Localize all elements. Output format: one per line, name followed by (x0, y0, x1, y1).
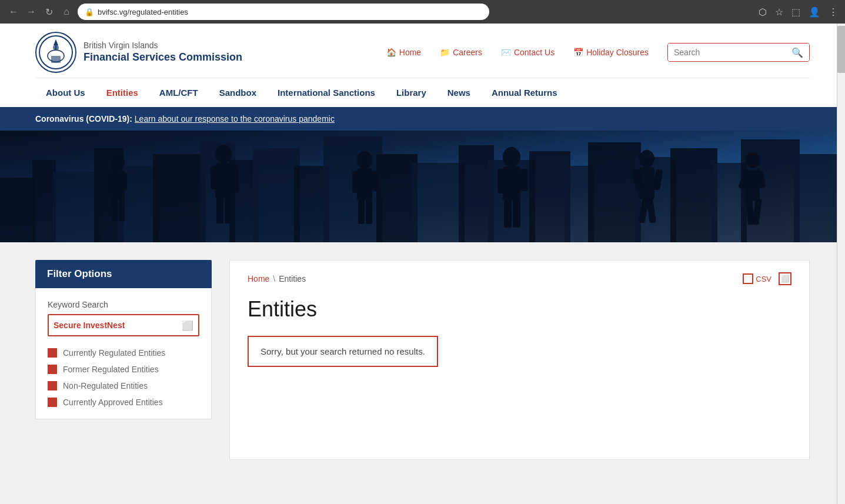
keyword-input-wrap: ⬜ (48, 314, 199, 336)
checkbox-non-regulated[interactable]: Non-Regulated Entities (48, 381, 199, 390)
checkbox-square-4 (48, 398, 57, 407)
svg-rect-15 (253, 148, 300, 242)
search-button[interactable]: 🔍 (786, 44, 809, 61)
forward-button[interactable]: → (25, 5, 38, 18)
svg-rect-33 (121, 173, 127, 191)
svg-rect-50 (497, 169, 506, 193)
nav-about[interactable]: About Us (35, 84, 96, 101)
contact-icon: ✉️ (501, 48, 511, 57)
home-button[interactable]: ⌂ (60, 5, 73, 18)
logo-text: British Virgin Islands Financial Service… (84, 40, 242, 65)
nav-entities[interactable]: Entities (96, 84, 149, 101)
print-button[interactable]: ⬜ (779, 272, 791, 285)
page-title: Entities (248, 297, 791, 322)
careers-icon: 📁 (440, 48, 450, 57)
nav-library[interactable]: Library (386, 84, 437, 101)
covid-banner: Coronavirus (COVID-19): Learn about our … (0, 107, 845, 131)
svg-rect-47 (366, 199, 372, 224)
keyword-input[interactable] (54, 321, 182, 330)
nav-sanctions[interactable]: International Sanctions (267, 84, 386, 101)
svg-rect-40 (216, 197, 223, 223)
menu-icon[interactable]: ⋮ (829, 6, 838, 18)
top-nav-home[interactable]: 🏠 Home (377, 44, 430, 61)
svg-rect-9 (53, 172, 100, 242)
checkbox-label-3: Non-Regulated Entities (63, 381, 148, 390)
checkbox-square-3 (48, 381, 57, 390)
scrollbar-thumb[interactable] (837, 26, 845, 73)
breadcrumb-actions: CSV ⬜ (743, 272, 791, 285)
breadcrumb-separator: \ (273, 274, 275, 283)
svg-rect-32 (107, 173, 114, 193)
svg-rect-18 (376, 154, 418, 242)
checkbox-currently-regulated[interactable]: Currently Regulated Entities (48, 348, 199, 358)
search-input[interactable] (668, 44, 786, 61)
no-results-message: Sorry, but your search returned no resul… (260, 346, 425, 356)
top-nav-holiday[interactable]: 📅 Holiday Closures (564, 44, 658, 61)
logo-line2: Financial Services Commission (84, 51, 242, 64)
main-content: Filter Options Keyword Search ⬜ Currentl… (0, 242, 845, 478)
svg-rect-39 (232, 166, 239, 192)
extensions-icon[interactable]: ⬚ (791, 6, 800, 18)
svg-rect-12 (153, 154, 206, 242)
browser-chrome: ← → ↻ ⌂ 🔒 bvifsc.vg/regulated-entities ⬡… (0, 0, 845, 24)
home-icon: 🏠 (386, 48, 396, 57)
svg-rect-44 (352, 171, 360, 193)
security-icon: 🔒 (85, 8, 94, 16)
svg-rect-38 (211, 166, 219, 189)
reload-button[interactable]: ↻ (42, 5, 55, 18)
svg-rect-46 (358, 199, 365, 224)
checkbox-square-1 (48, 348, 57, 358)
logo-line1: British Virgin Islands (84, 40, 242, 51)
url-text: bvifsc.vg/regulated-entities (98, 8, 482, 16)
svg-rect-35 (119, 198, 125, 222)
svg-rect-19 (412, 163, 465, 242)
top-nav: 🏠 Home 📁 Careers ✉️ Contact Us 📅 Holiday… (377, 43, 810, 62)
nav-annual[interactable]: Annual Returns (481, 84, 568, 101)
svg-point-60 (746, 152, 760, 168)
cast-icon[interactable]: ⬡ (759, 6, 767, 18)
svg-rect-26 (670, 148, 717, 242)
covid-link[interactable]: Learn about our response to the coronavi… (135, 114, 335, 124)
holiday-icon: 📅 (573, 48, 583, 57)
checkbox-former-regulated[interactable]: Former Regulated Entities (48, 365, 199, 374)
svg-rect-51 (520, 169, 528, 191)
svg-rect-34 (112, 198, 118, 222)
top-nav-contact[interactable]: ✉️ Contact Us (492, 44, 564, 61)
no-results-box: Sorry, but your search returned no resul… (248, 336, 438, 367)
svg-rect-53 (513, 199, 520, 228)
address-bar[interactable]: 🔒 bvifsc.vg/regulated-entities (78, 4, 489, 20)
top-nav-careers[interactable]: 📁 Careers (430, 44, 492, 61)
back-button[interactable]: ← (7, 5, 20, 18)
content-area: Home \ Entities CSV ⬜ Entities Sorry, bu… (229, 260, 810, 460)
keyword-clear-button[interactable]: ⬜ (182, 320, 193, 331)
checkbox-label-4: Currently Approved Entities (63, 398, 163, 407)
filter-body: Keyword Search ⬜ Currently Regulated Ent… (35, 288, 212, 419)
svg-point-48 (503, 147, 520, 167)
svg-point-36 (215, 145, 232, 163)
browser-actions: ⬡ ☆ ⬚ 👤 ⋮ (759, 6, 838, 18)
svg-rect-8 (32, 160, 56, 242)
profile-icon[interactable]: 👤 (809, 6, 820, 18)
filter-header: Filter Options (35, 260, 212, 288)
main-nav: About Us Entities AML/CFT Sandbox Intern… (35, 78, 810, 107)
print-icon: ⬜ (781, 275, 790, 283)
logo-area[interactable]: British Virgin Islands Financial Service… (35, 32, 242, 73)
breadcrumb: Home \ Entities CSV ⬜ (248, 272, 791, 285)
bookmark-icon[interactable]: ☆ (775, 6, 783, 18)
svg-point-42 (357, 151, 372, 169)
scrollbar[interactable] (837, 24, 845, 478)
nav-aml[interactable]: AML/CFT (149, 84, 209, 101)
svg-marker-4 (54, 39, 58, 45)
svg-rect-24 (588, 142, 641, 242)
site-header: British Virgin Islands Financial Service… (0, 24, 845, 107)
checkbox-currently-approved[interactable]: Currently Approved Entities (48, 398, 199, 407)
nav-news[interactable]: News (437, 84, 481, 101)
nav-sandbox[interactable]: Sandbox (209, 84, 267, 101)
breadcrumb-home-link[interactable]: Home (248, 274, 269, 283)
svg-point-54 (639, 150, 654, 168)
csv-label: CSV (756, 275, 771, 283)
checkbox-square-2 (48, 365, 57, 374)
svg-rect-52 (504, 199, 512, 228)
csv-button[interactable]: CSV (743, 273, 771, 284)
keyword-label: Keyword Search (48, 300, 199, 309)
